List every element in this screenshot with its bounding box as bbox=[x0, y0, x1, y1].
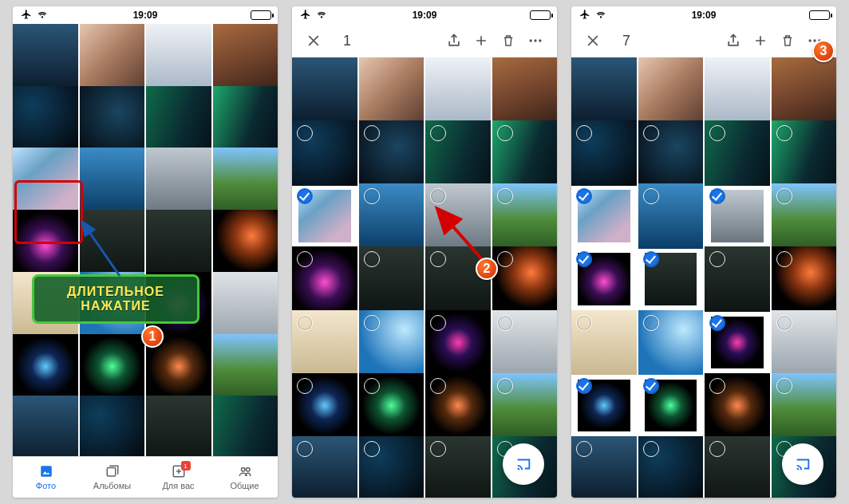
tab-for-you[interactable]: 1 Для вас bbox=[145, 457, 211, 498]
selection-ring[interactable] bbox=[364, 188, 380, 204]
selection-ring[interactable] bbox=[709, 441, 725, 457]
photo-thumbnail[interactable] bbox=[772, 246, 837, 312]
photo-thumbnail[interactable] bbox=[80, 24, 145, 89]
selection-ring[interactable] bbox=[364, 315, 380, 331]
selection-ring[interactable] bbox=[709, 125, 725, 141]
photo-thumbnail[interactable] bbox=[571, 436, 637, 498]
selection-ring[interactable] bbox=[776, 315, 792, 331]
photo-thumbnail[interactable] bbox=[80, 86, 145, 152]
selection-ring[interactable] bbox=[576, 125, 592, 141]
photo-thumbnail[interactable] bbox=[213, 396, 278, 461]
photo-thumbnail[interactable] bbox=[146, 86, 211, 152]
photo-thumbnail[interactable] bbox=[292, 310, 357, 376]
selection-ring[interactable] bbox=[364, 378, 380, 394]
selection-ring[interactable] bbox=[497, 378, 513, 394]
selection-ring[interactable] bbox=[430, 441, 446, 457]
photo-thumbnail[interactable] bbox=[13, 86, 78, 152]
photo-thumbnail[interactable] bbox=[213, 272, 278, 337]
photo-thumbnail[interactable] bbox=[425, 373, 491, 439]
selection-ring[interactable] bbox=[643, 251, 659, 267]
photo-thumbnail[interactable] bbox=[292, 246, 357, 312]
tab-shared[interactable]: Общие bbox=[211, 457, 278, 498]
selection-ring[interactable] bbox=[297, 125, 313, 141]
photo-thumbnail[interactable] bbox=[638, 436, 704, 498]
selection-ring[interactable] bbox=[497, 315, 513, 331]
photo-thumbnail[interactable] bbox=[772, 57, 837, 123]
photo-thumbnail[interactable] bbox=[359, 310, 424, 376]
selection-ring[interactable] bbox=[776, 251, 792, 267]
photo-thumbnail[interactable] bbox=[213, 210, 278, 275]
photo-thumbnail[interactable] bbox=[213, 334, 278, 400]
selection-ring[interactable] bbox=[709, 378, 725, 394]
tab-photos[interactable]: Фото bbox=[13, 457, 79, 498]
photo-thumbnail[interactable] bbox=[359, 120, 424, 186]
photo-thumbnail[interactable] bbox=[292, 373, 357, 439]
selection-ring[interactable] bbox=[430, 315, 446, 331]
selection-ring[interactable] bbox=[297, 441, 313, 457]
photo-thumbnail[interactable] bbox=[292, 183, 357, 249]
photo-thumbnail[interactable] bbox=[292, 120, 357, 186]
selection-ring[interactable] bbox=[576, 378, 592, 394]
selection-ring[interactable] bbox=[497, 125, 513, 141]
selection-ring[interactable] bbox=[297, 378, 313, 394]
photo-thumbnail[interactable] bbox=[638, 373, 704, 439]
photo-grid[interactable] bbox=[13, 24, 278, 456]
photo-thumbnail[interactable] bbox=[638, 183, 704, 249]
photo-thumbnail[interactable] bbox=[80, 396, 145, 461]
selection-ring[interactable] bbox=[364, 441, 380, 457]
photo-thumbnail[interactable] bbox=[705, 310, 770, 376]
photo-grid[interactable] bbox=[571, 57, 836, 498]
photo-thumbnail[interactable] bbox=[146, 210, 211, 275]
photo-thumbnail[interactable] bbox=[772, 310, 837, 376]
photo-thumbnail[interactable] bbox=[492, 57, 558, 123]
photo-thumbnail[interactable] bbox=[492, 310, 558, 376]
photo-thumbnail[interactable] bbox=[425, 310, 491, 376]
share-button[interactable] bbox=[440, 27, 468, 54]
selection-ring[interactable] bbox=[776, 125, 792, 141]
photo-thumbnail[interactable] bbox=[638, 310, 704, 376]
photo-thumbnail[interactable] bbox=[571, 183, 637, 249]
selection-ring[interactable] bbox=[297, 315, 313, 331]
photo-thumbnail[interactable] bbox=[705, 373, 770, 439]
selection-ring[interactable] bbox=[576, 441, 592, 457]
photo-thumbnail[interactable] bbox=[146, 148, 211, 213]
photo-thumbnail[interactable] bbox=[146, 24, 211, 89]
add-button[interactable] bbox=[468, 27, 495, 54]
selection-ring[interactable] bbox=[576, 315, 592, 331]
photo-thumbnail[interactable] bbox=[146, 396, 211, 461]
photo-thumbnail[interactable] bbox=[571, 373, 637, 439]
photo-thumbnail[interactable] bbox=[705, 57, 770, 123]
photo-thumbnail[interactable] bbox=[705, 120, 770, 186]
photo-thumbnail[interactable] bbox=[292, 436, 357, 498]
selection-ring[interactable] bbox=[643, 125, 659, 141]
photo-thumbnail[interactable] bbox=[213, 86, 278, 152]
selection-ring[interactable] bbox=[430, 125, 446, 141]
photo-thumbnail[interactable] bbox=[571, 246, 637, 312]
delete-button[interactable] bbox=[774, 27, 801, 54]
photo-thumbnail[interactable] bbox=[359, 57, 424, 123]
photo-thumbnail[interactable] bbox=[772, 373, 837, 439]
selection-ring[interactable] bbox=[643, 441, 659, 457]
photo-thumbnail[interactable] bbox=[13, 396, 78, 461]
more-button[interactable] bbox=[522, 27, 549, 54]
selection-ring[interactable] bbox=[776, 378, 792, 394]
selection-ring[interactable] bbox=[643, 378, 659, 394]
delete-button[interactable] bbox=[495, 27, 522, 54]
close-button[interactable] bbox=[300, 27, 327, 54]
photo-thumbnail[interactable] bbox=[292, 57, 357, 123]
photo-thumbnail[interactable] bbox=[571, 120, 637, 186]
photo-thumbnail[interactable] bbox=[638, 246, 704, 312]
photo-thumbnail[interactable] bbox=[571, 310, 637, 376]
photo-thumbnail[interactable] bbox=[425, 57, 491, 123]
photo-thumbnail[interactable] bbox=[571, 57, 637, 123]
photo-thumbnail[interactable] bbox=[638, 120, 704, 186]
photo-thumbnail[interactable] bbox=[13, 334, 78, 400]
share-button[interactable] bbox=[720, 27, 747, 54]
photo-thumbnail[interactable] bbox=[213, 148, 278, 213]
tab-albums[interactable]: Альбомы bbox=[79, 457, 145, 498]
photo-thumbnail[interactable] bbox=[705, 246, 770, 312]
cast-fab[interactable] bbox=[503, 443, 544, 485]
photo-thumbnail[interactable] bbox=[359, 373, 424, 439]
photo-thumbnail[interactable] bbox=[772, 120, 837, 186]
photo-thumbnail[interactable] bbox=[213, 24, 278, 89]
